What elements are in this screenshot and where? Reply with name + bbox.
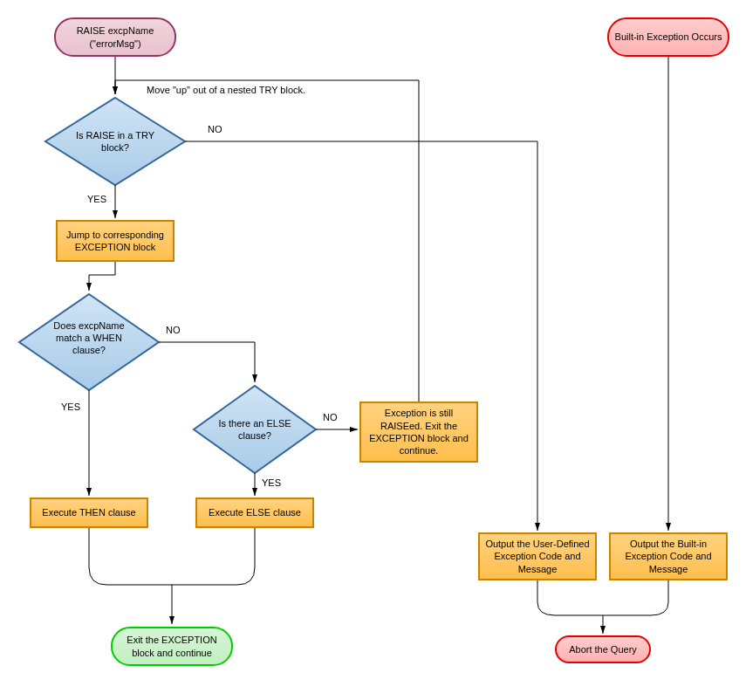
proc-jump-label: Jump to corresponding EXCEPTION block <box>61 229 169 254</box>
label-no1: NO <box>208 124 222 134</box>
decision-match-when <box>19 294 159 390</box>
end-abort: Abort the Query <box>555 635 651 663</box>
end-abort-label: Abort the Query <box>569 643 637 655</box>
proc-user-out: Output the User-Defined Exception Code a… <box>478 532 597 580</box>
proc-user-out-label: Output the User-Defined Exception Code a… <box>483 538 592 575</box>
flowchart-svg <box>0 0 746 700</box>
proc-still-raised-label: Exception is still RAISEed. Exit the EXC… <box>365 407 473 456</box>
proc-builtin-out: Output the Built-in Exception Code and M… <box>609 532 728 580</box>
proc-jump: Jump to corresponding EXCEPTION block <box>56 220 175 262</box>
proc-builtin-out-label: Output the Built-in Exception Code and M… <box>614 538 722 575</box>
proc-then: Execute THEN clause <box>30 498 148 528</box>
label-yes3: YES <box>262 477 281 488</box>
label-no2: NO <box>166 325 181 335</box>
label-no3: NO <box>323 412 338 422</box>
decision-in-try <box>45 98 185 185</box>
proc-else-label: Execute ELSE clause <box>209 506 301 518</box>
decision-else-clause <box>194 386 316 473</box>
start-raise-label: RAISE excpName ("errorMsg") <box>59 24 171 50</box>
start-builtin: Built-in Exception Occurs <box>607 17 729 57</box>
label-moveup: Move "up" out of a nested TRY block. <box>147 85 408 95</box>
start-builtin-label: Built-in Exception Occurs <box>615 31 722 43</box>
proc-then-label: Execute THEN clause <box>42 506 135 518</box>
proc-else: Execute ELSE clause <box>195 498 314 528</box>
end-exit-label: Exit the EXCEPTION block and continue <box>116 634 228 659</box>
label-yes2: YES <box>61 401 80 412</box>
end-exit: Exit the EXCEPTION block and continue <box>111 627 233 666</box>
proc-still-raised: Exception is still RAISEed. Exit the EXC… <box>359 401 478 463</box>
label-yes1: YES <box>87 194 106 204</box>
start-raise: RAISE excpName ("errorMsg") <box>54 17 176 57</box>
